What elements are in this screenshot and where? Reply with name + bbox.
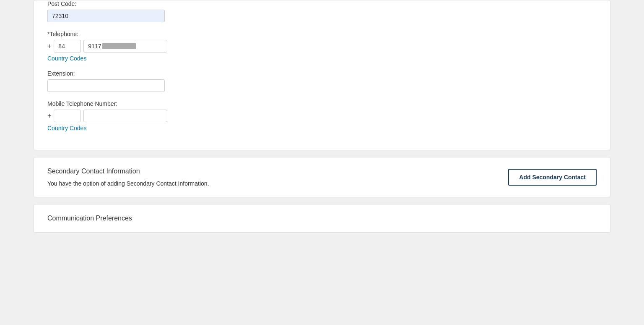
mobile-field-group: Mobile Telephone Number: + Country Codes <box>47 100 597 131</box>
mobile-telephone-row: + <box>47 110 597 122</box>
secondary-contact-title: Secondary Contact Information <box>47 168 209 175</box>
mobile-number-input[interactable] <box>83 110 167 122</box>
mobile-country-codes-link[interactable]: Country Codes <box>47 125 86 131</box>
extension-input[interactable] <box>47 79 165 92</box>
telephone-country-codes-link[interactable]: Country Codes <box>47 55 86 62</box>
secondary-contact-description: You have the option of adding Secondary … <box>47 180 209 187</box>
communication-preferences-card: Communication Preferences <box>34 204 610 233</box>
telephone-number-visible: 9117 <box>88 43 101 50</box>
telephone-row: + 9117 <box>47 40 597 52</box>
telephone-field-group: *Telephone: + 9117 Country Codes <box>47 31 597 62</box>
secondary-contact-card: Secondary Contact Information You have t… <box>34 157 610 197</box>
extension-field-group: Extension: <box>47 70 597 92</box>
add-secondary-contact-button[interactable]: Add Secondary Contact <box>508 169 597 186</box>
postcode-label: Post Code: <box>47 0 597 7</box>
mobile-country-code-input[interactable] <box>54 110 81 122</box>
telephone-country-code-input[interactable] <box>54 40 81 52</box>
telephone-label: *Telephone: <box>47 31 597 37</box>
communication-preferences-title: Communication Preferences <box>47 215 597 222</box>
top-form-card: Post Code: *Telephone: + 9117 Country Co… <box>34 0 610 150</box>
mobile-label: Mobile Telephone Number: <box>47 100 597 107</box>
mobile-plus-sign: + <box>47 112 51 120</box>
telephone-number-display[interactable]: 9117 <box>83 40 167 52</box>
extension-label: Extension: <box>47 70 597 77</box>
secondary-contact-info: Secondary Contact Information You have t… <box>47 168 209 187</box>
postcode-field-group: Post Code: <box>47 0 597 22</box>
telephone-plus-sign: + <box>47 42 51 50</box>
postcode-input[interactable] <box>47 10 165 22</box>
telephone-number-hidden <box>102 43 136 49</box>
